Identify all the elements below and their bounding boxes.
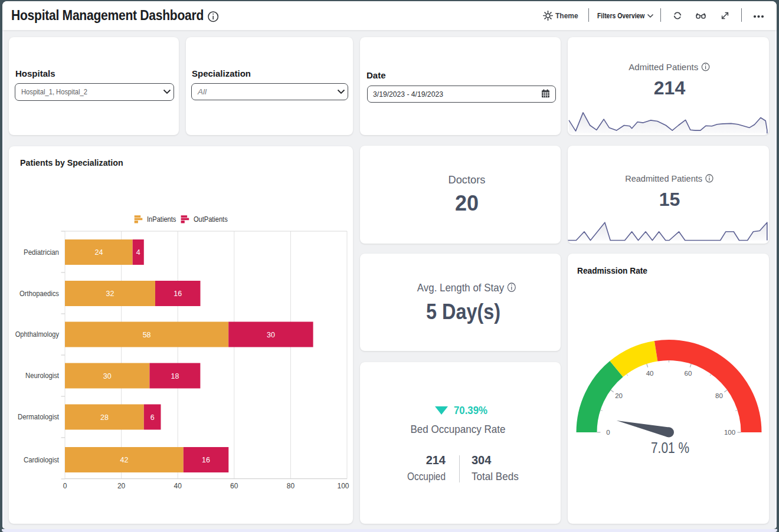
svg-text:58: 58: [143, 331, 151, 339]
svg-text:Orthopaedics: Orthopaedics: [19, 290, 59, 298]
svg-text:40: 40: [646, 370, 654, 377]
svg-text:OutPatients: OutPatients: [194, 215, 228, 224]
svg-text:20: 20: [615, 392, 623, 399]
svg-text:0: 0: [606, 429, 610, 436]
svg-text:80: 80: [715, 392, 723, 399]
svg-text:Dermatologist: Dermatologist: [18, 413, 60, 421]
svg-text:Pediatrician: Pediatrician: [24, 248, 59, 257]
svg-text:16: 16: [202, 456, 210, 464]
svg-text:4: 4: [136, 248, 140, 257]
svg-text:100: 100: [337, 482, 349, 490]
svg-text:28: 28: [100, 413, 109, 422]
svg-text:100: 100: [724, 429, 735, 436]
svg-text:60: 60: [685, 370, 692, 377]
svg-text:80: 80: [287, 482, 295, 490]
svg-text:18: 18: [171, 372, 179, 380]
svg-text:6: 6: [150, 413, 155, 422]
svg-text:16: 16: [174, 290, 182, 298]
svg-text:32: 32: [106, 290, 114, 298]
svg-text:Ophthalmology: Ophthalmology: [15, 330, 59, 339]
svg-text:20: 20: [117, 482, 126, 490]
svg-text:42: 42: [120, 456, 128, 464]
svg-text:40: 40: [174, 482, 182, 490]
svg-text:24: 24: [94, 248, 103, 257]
svg-text:Cardiologist: Cardiologist: [24, 456, 60, 464]
svg-text:Neurologist: Neurologist: [25, 372, 60, 380]
svg-text:InPatients: InPatients: [147, 215, 176, 224]
svg-text:30: 30: [103, 372, 112, 380]
svg-text:0: 0: [63, 482, 67, 490]
svg-text:30: 30: [267, 331, 275, 339]
svg-text:60: 60: [230, 482, 238, 490]
